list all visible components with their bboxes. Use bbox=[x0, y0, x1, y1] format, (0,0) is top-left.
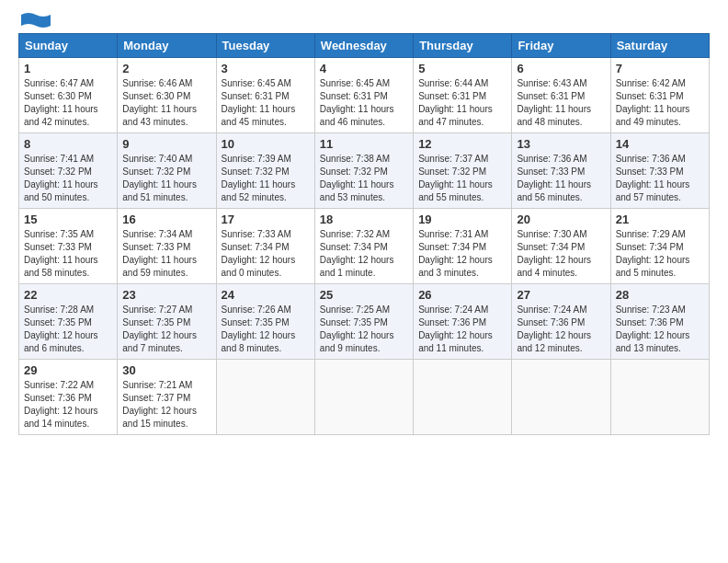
day-number: 19 bbox=[418, 213, 506, 226]
header bbox=[18, 15, 710, 26]
calendar-cell: 18Sunrise: 7:32 AM Sunset: 7:34 PM Dayli… bbox=[314, 209, 413, 284]
day-number: 26 bbox=[418, 288, 506, 302]
calendar-table: Sunday Monday Tuesday Wednesday Thursday… bbox=[18, 33, 710, 435]
day-info: Sunrise: 6:45 AM Sunset: 6:31 PM Dayligh… bbox=[222, 77, 310, 129]
day-number: 23 bbox=[122, 288, 210, 302]
day-info: Sunrise: 7:26 AM Sunset: 7:35 PM Dayligh… bbox=[222, 304, 310, 355]
col-sunday: Sunday bbox=[19, 34, 118, 58]
day-info: Sunrise: 6:44 AM Sunset: 6:31 PM Dayligh… bbox=[418, 77, 506, 129]
day-info: Sunrise: 7:33 AM Sunset: 7:34 PM Dayligh… bbox=[222, 228, 310, 280]
day-info: Sunrise: 7:36 AM Sunset: 7:33 PM Dayligh… bbox=[616, 153, 704, 204]
calendar-cell bbox=[610, 360, 709, 435]
day-number: 20 bbox=[517, 213, 605, 226]
calendar-cell: 12Sunrise: 7:37 AM Sunset: 7:32 PM Dayli… bbox=[414, 133, 512, 209]
calendar-cell: 15Sunrise: 7:35 AM Sunset: 7:33 PM Dayli… bbox=[19, 209, 118, 284]
day-number: 1 bbox=[24, 62, 112, 75]
calendar-cell: 8Sunrise: 7:41 AM Sunset: 7:32 PM Daylig… bbox=[19, 133, 118, 209]
day-number: 28 bbox=[616, 288, 704, 302]
day-number: 10 bbox=[222, 137, 310, 151]
calendar-cell: 17Sunrise: 7:33 AM Sunset: 7:34 PM Dayli… bbox=[216, 209, 314, 284]
calendar-week-row: 22Sunrise: 7:28 AM Sunset: 7:35 PM Dayli… bbox=[19, 284, 710, 360]
col-wednesday: Wednesday bbox=[314, 34, 413, 58]
logo-icon bbox=[19, 11, 52, 31]
day-number: 11 bbox=[320, 137, 408, 151]
day-number: 21 bbox=[616, 213, 704, 226]
col-monday: Monday bbox=[118, 34, 216, 58]
day-number: 22 bbox=[24, 288, 112, 302]
calendar-cell: 10Sunrise: 7:39 AM Sunset: 7:32 PM Dayli… bbox=[216, 133, 314, 209]
day-info: Sunrise: 7:21 AM Sunset: 7:37 PM Dayligh… bbox=[122, 379, 210, 431]
day-number: 3 bbox=[222, 62, 310, 75]
day-info: Sunrise: 7:34 AM Sunset: 7:33 PM Dayligh… bbox=[122, 228, 210, 280]
day-info: Sunrise: 7:31 AM Sunset: 7:34 PM Dayligh… bbox=[418, 228, 506, 280]
calendar-cell: 11Sunrise: 7:38 AM Sunset: 7:32 PM Dayli… bbox=[314, 133, 413, 209]
calendar-cell: 20Sunrise: 7:30 AM Sunset: 7:34 PM Dayli… bbox=[512, 209, 610, 284]
day-number: 30 bbox=[122, 363, 210, 377]
day-number: 15 bbox=[24, 213, 112, 226]
day-number: 4 bbox=[320, 62, 408, 75]
calendar-week-row: 8Sunrise: 7:41 AM Sunset: 7:32 PM Daylig… bbox=[19, 133, 710, 209]
calendar-cell: 25Sunrise: 7:25 AM Sunset: 7:35 PM Dayli… bbox=[314, 284, 413, 360]
day-number: 6 bbox=[517, 62, 605, 75]
day-number: 25 bbox=[320, 288, 408, 302]
day-info: Sunrise: 6:46 AM Sunset: 6:30 PM Dayligh… bbox=[122, 77, 210, 129]
calendar-cell: 2Sunrise: 6:46 AM Sunset: 6:30 PM Daylig… bbox=[118, 58, 216, 133]
col-thursday: Thursday bbox=[414, 34, 512, 58]
day-number: 5 bbox=[418, 62, 506, 75]
calendar-cell: 16Sunrise: 7:34 AM Sunset: 7:33 PM Dayli… bbox=[118, 209, 216, 284]
calendar-cell: 24Sunrise: 7:26 AM Sunset: 7:35 PM Dayli… bbox=[216, 284, 314, 360]
day-number: 18 bbox=[320, 213, 408, 226]
calendar-cell: 21Sunrise: 7:29 AM Sunset: 7:34 PM Dayli… bbox=[610, 209, 709, 284]
day-info: Sunrise: 7:24 AM Sunset: 7:36 PM Dayligh… bbox=[517, 304, 605, 355]
day-number: 2 bbox=[122, 62, 210, 75]
day-number: 13 bbox=[517, 137, 605, 151]
day-info: Sunrise: 7:29 AM Sunset: 7:34 PM Dayligh… bbox=[616, 228, 704, 280]
day-info: Sunrise: 6:45 AM Sunset: 6:31 PM Dayligh… bbox=[320, 77, 408, 129]
col-saturday: Saturday bbox=[610, 34, 709, 58]
day-info: Sunrise: 7:37 AM Sunset: 7:32 PM Dayligh… bbox=[418, 153, 506, 204]
day-info: Sunrise: 7:36 AM Sunset: 7:33 PM Dayligh… bbox=[517, 153, 605, 204]
day-number: 24 bbox=[222, 288, 310, 302]
day-info: Sunrise: 7:22 AM Sunset: 7:36 PM Dayligh… bbox=[24, 379, 112, 431]
day-info: Sunrise: 7:35 AM Sunset: 7:33 PM Dayligh… bbox=[24, 228, 112, 280]
col-friday: Friday bbox=[512, 34, 610, 58]
day-number: 9 bbox=[122, 137, 210, 151]
calendar-cell: 28Sunrise: 7:23 AM Sunset: 7:36 PM Dayli… bbox=[610, 284, 709, 360]
day-number: 29 bbox=[24, 363, 112, 377]
day-info: Sunrise: 7:25 AM Sunset: 7:35 PM Dayligh… bbox=[320, 304, 408, 355]
calendar-week-row: 29Sunrise: 7:22 AM Sunset: 7:36 PM Dayli… bbox=[19, 360, 710, 435]
day-info: Sunrise: 7:32 AM Sunset: 7:34 PM Dayligh… bbox=[320, 228, 408, 280]
calendar-cell: 1Sunrise: 6:47 AM Sunset: 6:30 PM Daylig… bbox=[19, 58, 118, 133]
calendar-week-row: 1Sunrise: 6:47 AM Sunset: 6:30 PM Daylig… bbox=[19, 58, 710, 133]
day-number: 7 bbox=[616, 62, 704, 75]
calendar-cell: 27Sunrise: 7:24 AM Sunset: 7:36 PM Dayli… bbox=[512, 284, 610, 360]
day-info: Sunrise: 6:47 AM Sunset: 6:30 PM Dayligh… bbox=[24, 77, 112, 129]
day-info: Sunrise: 7:27 AM Sunset: 7:35 PM Dayligh… bbox=[122, 304, 210, 355]
calendar-cell: 30Sunrise: 7:21 AM Sunset: 7:37 PM Dayli… bbox=[118, 360, 216, 435]
day-number: 14 bbox=[616, 137, 704, 151]
day-number: 12 bbox=[418, 137, 506, 151]
col-tuesday: Tuesday bbox=[216, 34, 314, 58]
day-info: Sunrise: 7:28 AM Sunset: 7:35 PM Dayligh… bbox=[24, 304, 112, 355]
day-info: Sunrise: 7:30 AM Sunset: 7:34 PM Dayligh… bbox=[517, 228, 605, 280]
day-number: 8 bbox=[24, 137, 112, 151]
calendar-cell: 13Sunrise: 7:36 AM Sunset: 7:33 PM Dayli… bbox=[512, 133, 610, 209]
calendar-cell: 22Sunrise: 7:28 AM Sunset: 7:35 PM Dayli… bbox=[19, 284, 118, 360]
calendar-cell: 7Sunrise: 6:42 AM Sunset: 6:31 PM Daylig… bbox=[610, 58, 709, 133]
calendar-header-row: Sunday Monday Tuesday Wednesday Thursday… bbox=[19, 34, 710, 58]
day-info: Sunrise: 7:24 AM Sunset: 7:36 PM Dayligh… bbox=[418, 304, 506, 355]
calendar-cell bbox=[314, 360, 413, 435]
calendar-cell bbox=[414, 360, 512, 435]
day-info: Sunrise: 7:23 AM Sunset: 7:36 PM Dayligh… bbox=[616, 304, 704, 355]
day-info: Sunrise: 6:43 AM Sunset: 6:31 PM Dayligh… bbox=[517, 77, 605, 129]
calendar-cell: 23Sunrise: 7:27 AM Sunset: 7:35 PM Dayli… bbox=[118, 284, 216, 360]
day-number: 27 bbox=[517, 288, 605, 302]
calendar-cell: 29Sunrise: 7:22 AM Sunset: 7:36 PM Dayli… bbox=[19, 360, 118, 435]
calendar-cell: 14Sunrise: 7:36 AM Sunset: 7:33 PM Dayli… bbox=[610, 133, 709, 209]
calendar-cell: 9Sunrise: 7:40 AM Sunset: 7:32 PM Daylig… bbox=[118, 133, 216, 209]
calendar-cell: 5Sunrise: 6:44 AM Sunset: 6:31 PM Daylig… bbox=[414, 58, 512, 133]
day-info: Sunrise: 7:40 AM Sunset: 7:32 PM Dayligh… bbox=[122, 153, 210, 204]
day-number: 16 bbox=[122, 213, 210, 226]
calendar-cell: 19Sunrise: 7:31 AM Sunset: 7:34 PM Dayli… bbox=[414, 209, 512, 284]
day-info: Sunrise: 7:39 AM Sunset: 7:32 PM Dayligh… bbox=[222, 153, 310, 204]
